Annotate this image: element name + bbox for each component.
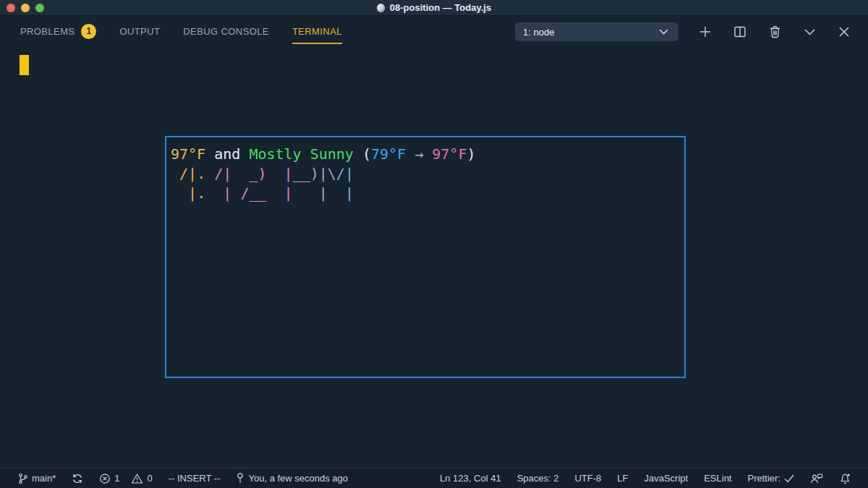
warning-count: 0 (147, 473, 152, 484)
weather-ascii-art-row-2: |. | /__ | | | (171, 184, 678, 203)
notifications-button[interactable] (831, 468, 859, 488)
tab-debug-console[interactable]: DEBUG CONSOLE (183, 22, 269, 43)
git-branch-status[interactable]: main* (10, 468, 64, 488)
window-title-wrap: 08-position — Today.js (0, 2, 868, 13)
error-count: 1 (114, 473, 119, 484)
encoding-label: UTF-8 (574, 473, 601, 484)
tab-output-label: OUTPUT (119, 26, 160, 37)
vim-mode-indicator[interactable]: -- INSERT -- (161, 468, 229, 488)
problems-count-badge: 1 (81, 24, 96, 39)
commit-icon (236, 472, 244, 484)
feedback-icon (810, 473, 823, 484)
tab-problems-label: PROBLEMS (20, 26, 75, 37)
titlebar: 08-position — Today.js (0, 0, 868, 16)
weather-summary-line: 97°F and Mostly Sunny (79°F → 97°F) (171, 145, 678, 164)
prettier-status[interactable]: Prettier: (739, 468, 802, 488)
eol-label: LF (617, 473, 628, 484)
terminal-cursor (20, 55, 29, 75)
select-chevron-down-icon (655, 24, 671, 40)
terminal-shell-select[interactable]: 1: node (515, 22, 678, 41)
tab-terminal-label: TERMINAL (292, 26, 342, 37)
bell-dot-icon (839, 472, 851, 484)
panel-header: PROBLEMS 1 OUTPUT DEBUG CONSOLE TERMINAL… (0, 16, 868, 48)
encoding-status[interactable]: UTF-8 (566, 468, 609, 488)
eslint-status[interactable]: ESLint (696, 468, 739, 488)
status-bar-right: Ln 123, Col 41 Spaces: 2 UTF-8 LF JavaSc… (432, 468, 859, 488)
status-bar-left: main* 1 0 -- INSERT -- You, a few sec (10, 468, 356, 488)
git-sync-button[interactable] (64, 468, 91, 488)
weather-ascii-art-row-1: /|. /| _) |__)|\/| (171, 164, 678, 184)
kill-terminal-trash-icon[interactable] (767, 24, 783, 40)
language-mode-status[interactable]: JavaScript (636, 468, 696, 488)
new-terminal-icon[interactable] (697, 24, 713, 40)
indentation-status[interactable]: Spaces: 2 (509, 468, 567, 488)
terminal-shell-select-value: 1: node (523, 27, 554, 38)
language-mode-label: JavaScript (644, 473, 688, 484)
cursor-position-label: Ln 123, Col 41 (440, 473, 501, 484)
status-bar: main* 1 0 -- INSERT -- You, a few sec (0, 468, 868, 488)
tab-debug-console-label: DEBUG CONSOLE (183, 26, 269, 37)
problems-status[interactable]: 1 0 (91, 468, 160, 488)
panel-chevron-down-icon[interactable] (801, 24, 817, 40)
blame-label: You, a few seconds ago (248, 473, 348, 484)
split-terminal-icon[interactable] (732, 24, 748, 40)
eslint-label: ESLint (704, 473, 731, 484)
git-branch-label: main* (32, 473, 56, 484)
panel-tabs: PROBLEMS 1 OUTPUT DEBUG CONSOLE TERMINAL (20, 20, 342, 45)
tab-terminal[interactable]: TERMINAL (292, 22, 342, 43)
feedback-button[interactable] (802, 468, 831, 488)
tab-problems[interactable]: PROBLEMS 1 (20, 20, 96, 45)
indentation-label: Spaces: 2 (517, 473, 559, 484)
error-icon (99, 473, 111, 484)
warning-icon (131, 473, 143, 484)
tab-output[interactable]: OUTPUT (119, 22, 160, 43)
window-title: 08-position — Today.js (390, 2, 491, 13)
document-proxy-icon (377, 4, 385, 12)
weather-output-box: 97°F and Mostly Sunny (79°F → 97°F) /|. … (165, 136, 686, 378)
git-branch-icon (18, 473, 28, 484)
cursor-position-status[interactable]: Ln 123, Col 41 (432, 468, 509, 488)
terminal-viewport[interactable]: 97°F and Mostly Sunny (79°F → 97°F) /|. … (0, 48, 868, 468)
prettier-label: Prettier: (747, 473, 780, 484)
check-icon (784, 474, 794, 483)
close-panel-icon[interactable] (836, 24, 852, 40)
terminal-controls: 1: node (515, 22, 852, 41)
sync-icon (72, 473, 83, 484)
eol-status[interactable]: LF (609, 468, 636, 488)
gitlens-blame-status[interactable]: You, a few seconds ago (228, 468, 356, 488)
vim-mode-label: -- INSERT -- (169, 473, 221, 484)
